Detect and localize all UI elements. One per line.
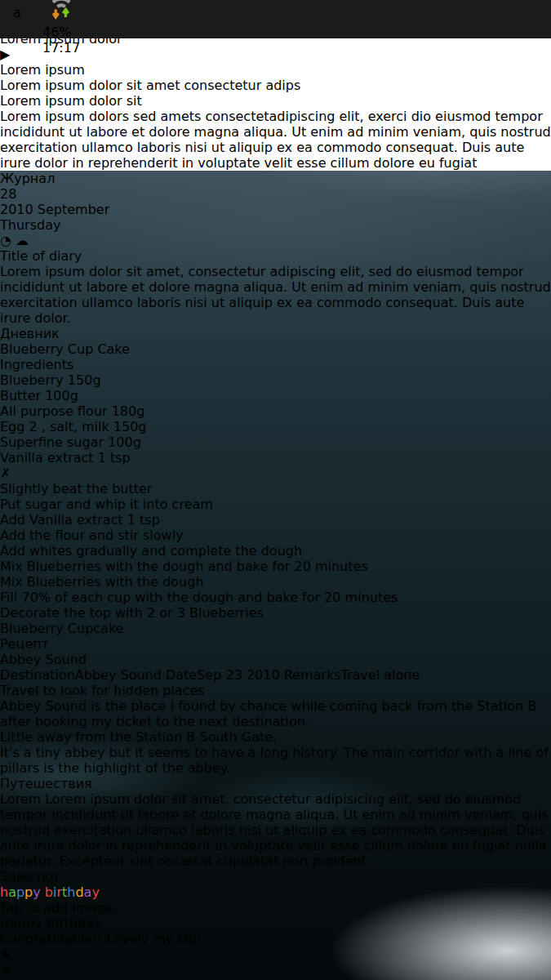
- template-card-notes[interactable]: Lorem Lorem ipsum dolor sit amet, consec…: [0, 791, 551, 869]
- notes-panel: Список файлов | Создать заметку Lorem ip…: [0, 16, 551, 980]
- star-icon: ★: [0, 962, 551, 978]
- clock-icon: ◔: [0, 233, 11, 248]
- diary-body: Lorem ipsum dolor sit amet, consectetur …: [0, 264, 551, 326]
- magazine-photo: ▶ Lorem ipsum Lorem ipsum dolor sit amet…: [0, 47, 551, 93]
- template-label-magazine: Журнал: [0, 171, 159, 186]
- template-card-magazine[interactable]: Lorem ipsum dolor ▶ Lorem ipsum Lorem ip…: [0, 31, 551, 171]
- home-screen: a 46% 17:17 Notes Список файлов | Создат…: [0, 0, 551, 980]
- diary-date: 2010 September Thursday: [0, 202, 551, 233]
- recipe-script-note: Blueberry Cupcake: [0, 621, 551, 636]
- diary-day: 28: [0, 186, 551, 202]
- template-card-recipe[interactable]: Blueberry Cup Cake Ingredients Blueberry…: [0, 341, 551, 636]
- birthday-photo: Tap to add image: [0, 900, 551, 915]
- diary-title: Title of diary: [0, 248, 551, 264]
- template-card-diary[interactable]: 28 2010 September Thursday ◔ ☁ Title of …: [0, 186, 551, 326]
- travel-heading: Travel to look for hidden places: [0, 683, 551, 698]
- notification-app-icon: a: [13, 5, 42, 34]
- notes-body: Lorem Lorem ipsum dolor sit amet, consec…: [0, 791, 551, 869]
- recipe-steps: Slightly beat the butterPut sugar and wh…: [0, 481, 551, 621]
- recipe-ingredients-heading: Ingredients: [0, 357, 551, 372]
- battery-percent: 46%: [42, 24, 80, 40]
- template-label-recipe: Рецепт: [0, 636, 118, 652]
- diary-weather-icons: ◔ ☁: [0, 233, 551, 248]
- template-label-diary: Дневник: [0, 326, 118, 341]
- recipe-title: Blueberry Cup Cake: [0, 341, 551, 357]
- template-label-notes: Заметки: [0, 869, 118, 884]
- status-bar: a 46% 17:17: [0, 0, 551, 38]
- birthday-subtitle: Congratulation! Lovely my kid!: [0, 931, 551, 947]
- birthday-banner: happy birthday: [0, 884, 551, 900]
- magazine-columns: Lorem ipsum dolors sed amets consectetad…: [0, 109, 551, 171]
- magazine-photo-caption: Lorem ipsum Lorem ipsum dolor sit amet c…: [0, 62, 551, 93]
- diary-header: 28 2010 September Thursday ◔ ☁: [0, 186, 551, 248]
- template-card-travel[interactable]: Abbey Sound DestinationAbbey Sound DateS…: [0, 652, 551, 776]
- strike-cross-icon: ✗: [0, 466, 551, 481]
- star-icon: ★: [0, 947, 551, 962]
- birthday-photo-overlay: Tap to add image: [0, 900, 551, 915]
- travel-fields: DestinationAbbey Sound DateSep 23 2010 R…: [0, 667, 551, 683]
- travel-photo-caption: Abbey Sound: [0, 652, 551, 667]
- cloud-icon: ☁: [16, 233, 29, 248]
- birthday-title: Happy Birthday: [0, 915, 551, 931]
- magazine-headline: Lorem ipsum dolor sit: [0, 93, 551, 109]
- recipe-ingredients: Blueberry 150gButter 100gAll purpose flo…: [0, 372, 551, 481]
- travel-polaroid: Abbey Sound: [0, 652, 551, 667]
- travel-paragraphs: Abbey Sound is the place I found by chan…: [0, 698, 551, 776]
- wifi-icon: [42, 0, 80, 21]
- magazine-body: Lorem ipsum dolors sed amets consectetad…: [0, 109, 551, 171]
- template-label-travel: Путешествия: [0, 776, 159, 791]
- play-icon: ▶: [0, 47, 551, 62]
- status-bar-right: 46% 17:17: [42, 0, 80, 56]
- status-clock: 17:17: [42, 40, 80, 56]
- template-card-birthday[interactable]: happy birthday Tap to add image Happy Bi…: [0, 884, 551, 980]
